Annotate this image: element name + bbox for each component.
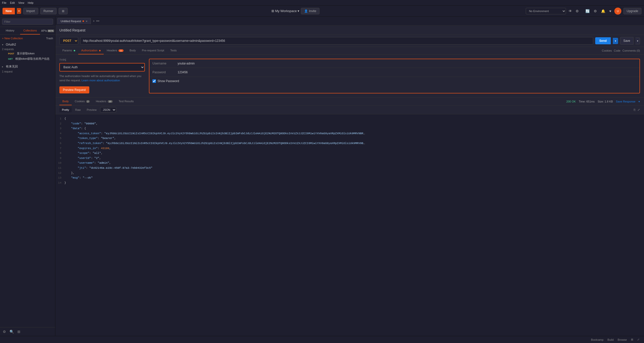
resp-tab-headers[interactable]: Headers 10 xyxy=(93,98,116,105)
env-settings-icon[interactable]: ⚙ xyxy=(575,8,580,14)
resp-tab-cookies[interactable]: Cookies 2 xyxy=(72,98,93,105)
new-button[interactable]: New xyxy=(3,8,15,14)
sidebar-search-icon[interactable]: 🔍 xyxy=(9,329,15,334)
settings-icon[interactable]: ⚙ xyxy=(593,8,598,14)
tab-headers[interactable]: Headers 11 xyxy=(104,47,127,54)
expand-bottom-icon[interactable]: ⤢ xyxy=(635,338,641,341)
password-row: Password 123456 xyxy=(149,68,639,77)
tab-modified-dot xyxy=(83,20,84,22)
workspace-chevron-icon: ▾ xyxy=(298,9,299,13)
bootcamp-link[interactable]: Bootcamp xyxy=(589,338,606,341)
env-select[interactable]: No Environment xyxy=(526,8,566,14)
code-link[interactable]: Code xyxy=(614,49,620,52)
menu-item-edit[interactable]: Edit xyxy=(10,1,15,4)
save-response-chevron[interactable]: ▾ xyxy=(638,100,640,103)
avatar[interactable]: U xyxy=(614,8,621,15)
sidebar-tab-collections[interactable]: Collections xyxy=(20,27,40,35)
code-line-12: 12 }, xyxy=(55,171,644,176)
json-code-body: 1 { 2 "code": "00000", 3 "data": { 4 "ac… xyxy=(55,114,644,336)
show-password-label: Show Password xyxy=(157,79,179,83)
tab-prerequest[interactable]: Pre-request Script xyxy=(139,47,167,54)
menu-item-file[interactable]: File xyxy=(2,1,7,4)
sidebar-settings-icon[interactable]: ⚙ xyxy=(2,329,7,334)
tab-tests[interactable]: Tests xyxy=(167,47,180,54)
tab-close-icon[interactable]: ✕ xyxy=(86,20,88,23)
sidebar-actions: + New Collection Trash xyxy=(0,35,55,42)
upgrade-button[interactable]: Upgrade xyxy=(623,8,641,14)
tab-body[interactable]: Body xyxy=(127,47,139,54)
username-label: Username xyxy=(152,62,178,65)
more-tabs-icon[interactable]: ••• xyxy=(96,19,99,23)
code-tab-raw[interactable]: Raw xyxy=(73,107,83,112)
code-line-3: 3 "data": { xyxy=(55,126,644,131)
show-password-checkbox[interactable] xyxy=(152,79,156,83)
add-tab-icon[interactable]: + xyxy=(93,19,95,23)
code-line-4: 4 "access_token": "eyJhbGciOiJSUzI1NiIsI… xyxy=(55,131,644,136)
auth-panel: TYPE Basic Auth No Auth Bearer Token OAu… xyxy=(55,55,644,97)
auth-type-select[interactable]: Basic Auth No Auth Bearer Token OAuth 2.… xyxy=(59,63,145,72)
password-label: Password xyxy=(152,71,178,74)
new-dropdown-arrow[interactable]: ▾ xyxy=(17,8,21,14)
trash-button[interactable]: Trash xyxy=(46,37,53,40)
sidebar: History Collections APIs BETA + New Coll… xyxy=(0,17,55,336)
sidebar-search xyxy=(0,17,55,27)
proxy-button[interactable]: ⊞ xyxy=(59,8,68,14)
comments-link[interactable]: Comments (0) xyxy=(622,49,640,52)
req-tabs-right: Cookies Code Comments (0) xyxy=(602,49,640,52)
search-input[interactable] xyxy=(2,19,53,25)
menu-bar: File Edit View Help xyxy=(0,0,644,6)
save-button[interactable]: Save xyxy=(620,37,633,45)
learn-more-link[interactable]: Learn more about authorization xyxy=(82,79,120,82)
resp-tab-tests[interactable]: Test Results xyxy=(116,98,137,105)
code-tab-preview[interactable]: Preview xyxy=(84,107,99,112)
tab-bar: Untitled Request ✕ + ••• xyxy=(55,17,644,26)
toolbar-center: ⊞ My Workspace ▾ 👤 Invite xyxy=(70,8,521,14)
collection-expand-icon: ▾ xyxy=(2,43,3,46)
send-button[interactable]: Send xyxy=(595,37,611,44)
notification-icon[interactable]: 🔔 xyxy=(600,8,606,14)
new-collection-button[interactable]: + New Collection xyxy=(2,37,23,40)
sync-icon[interactable]: 🔄 xyxy=(584,8,591,14)
save-response-button[interactable]: Save Response xyxy=(616,100,635,103)
collection-oauth2[interactable]: ▾ OAuth2 xyxy=(0,42,55,47)
url-input[interactable] xyxy=(80,37,593,45)
expand-icon[interactable]: ⤢ xyxy=(637,108,640,112)
copy-icon[interactable]: ⎘ xyxy=(634,108,635,112)
request-item-post-token[interactable]: POST 显示获取token xyxy=(0,51,55,56)
invite-button[interactable]: 👤 Invite xyxy=(301,8,319,14)
heart-icon[interactable]: ♥ xyxy=(608,8,612,14)
code-view-tabs: Pretty Raw Preview JSON ⎘ ⤢ xyxy=(55,106,644,114)
workspace-button[interactable]: ⊞ My Workspace ▾ xyxy=(271,9,300,13)
tab-params[interactable]: Params xyxy=(59,47,78,54)
main-layout: History Collections APIs BETA + New Coll… xyxy=(0,17,644,336)
build-link[interactable]: Build xyxy=(606,338,616,341)
request-tab[interactable]: Untitled Request ✕ xyxy=(57,18,91,24)
browse-link[interactable]: Browse xyxy=(616,338,629,341)
preview-request-button[interactable]: Preview Request xyxy=(59,86,89,93)
layout-icon[interactable]: ⊞ xyxy=(629,338,635,341)
env-eye-icon[interactable]: 👁 xyxy=(568,8,573,14)
sidebar-tab-apis[interactable]: APIs BETA xyxy=(40,27,55,35)
format-select[interactable]: JSON xyxy=(100,107,116,113)
method-select[interactable]: POST xyxy=(59,37,78,45)
sidebar-layout-icon[interactable]: ⊞ xyxy=(17,329,21,334)
response-tabs-bar: Body Cookies 2 Headers 10 Test Results 2… xyxy=(55,98,644,106)
resp-tab-body[interactable]: Body xyxy=(59,98,72,105)
type-section: TYPE Basic Auth No Auth Bearer Token OAu… xyxy=(59,59,145,93)
content-area: Untitled Request ✕ + ••• Untitled Reques… xyxy=(55,17,644,336)
save-dropdown-arrow[interactable]: ▾ xyxy=(635,38,640,44)
import-button[interactable]: Import xyxy=(23,8,38,14)
menu-item-help[interactable]: Help xyxy=(28,1,33,4)
tab-authorization[interactable]: Authorization xyxy=(78,47,104,54)
bottom-bar: Bootcamp Build Browse ⊞ ⤢ xyxy=(0,336,644,343)
runner-button[interactable]: Runner xyxy=(40,8,57,14)
sidebar-tab-history[interactable]: History xyxy=(0,27,20,35)
code-tab-pretty[interactable]: Pretty xyxy=(59,107,72,112)
credentials-section: Username youlai-admin Password 123456 Sh… xyxy=(149,59,640,93)
send-dropdown-arrow[interactable]: ▾ xyxy=(613,38,618,44)
menu-item-view[interactable]: View xyxy=(18,1,24,4)
collection-youlai[interactable]: ▸ 有来无回 xyxy=(0,63,55,70)
request-item-get-user[interactable]: GET 根据token获取当前用户信息 xyxy=(0,56,55,61)
cookies-link[interactable]: Cookies xyxy=(602,49,612,52)
env-bar: No Environment 👁 ⚙ xyxy=(523,8,582,14)
